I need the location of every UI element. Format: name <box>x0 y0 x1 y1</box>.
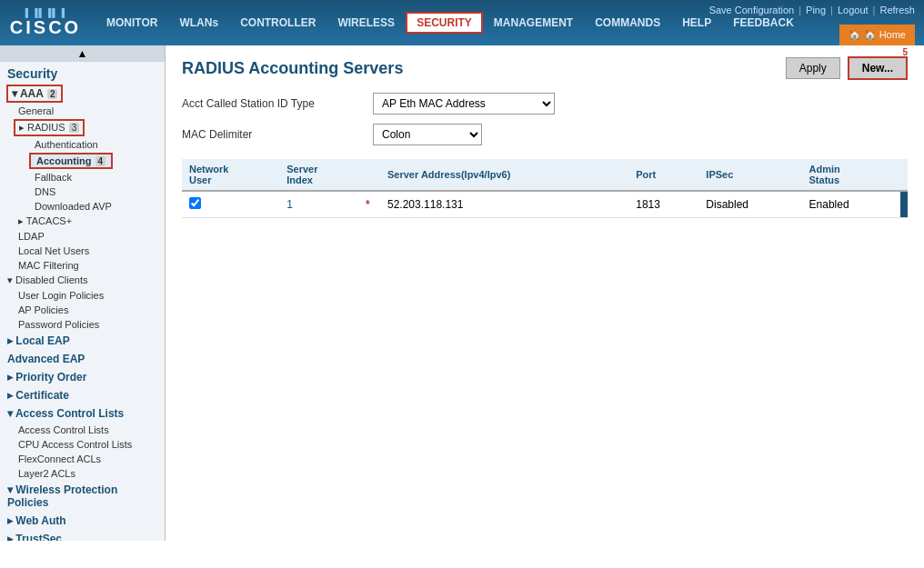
sidebar-item-local-net-users[interactable]: Local Net Users <box>0 244 165 258</box>
cell-admin-status: Enabled <box>802 191 900 218</box>
page-title: RADIUS Accounting Servers <box>182 59 403 78</box>
cell-index: 1 <box>279 191 362 218</box>
sidebar-item-user-login-policies[interactable]: User Login Policies <box>0 288 165 303</box>
cell-port: 1813 <box>628 191 698 218</box>
col-header-admin-status: AdminStatus <box>802 159 900 191</box>
new-badge: 5 <box>902 47 908 57</box>
sidebar-item-priority-order[interactable]: ▸ Priority Order <box>0 368 165 386</box>
sidebar-item-ldap[interactable]: LDAP <box>0 229 165 244</box>
sidebar: ▲ Security ▾ AAA 2 General ▸ RADIUS 3 Au… <box>0 45 166 541</box>
aaa-badge: 2 <box>47 89 58 99</box>
cell-ipsec: Disabled <box>698 191 801 218</box>
logout-link[interactable]: Logout <box>838 5 869 15</box>
form-row-mac: MAC Delimiter Colon Hyphen None <box>182 124 908 145</box>
nav-security[interactable]: SECURITY <box>406 12 483 34</box>
sidebar-scroll-up[interactable]: ▲ <box>0 45 165 62</box>
acct-select[interactable]: AP Eth MAC Address AP MAC Address AP Gro… <box>373 93 555 115</box>
sidebar-item-authentication[interactable]: Authentication <box>0 137 165 152</box>
sidebar-item-downloaded-avp[interactable]: Downloaded AVP <box>0 199 165 214</box>
sidebar-item-layer2-acl[interactable]: Layer2 ACLs <box>0 466 165 481</box>
apply-button[interactable]: Apply <box>786 57 840 79</box>
table-row: 1 * 52.203.118.131 1813 Disabled Enabled <box>182 191 908 218</box>
new-button[interactable]: New... <box>848 56 908 80</box>
cisco-brand: CISCO <box>10 17 81 38</box>
col-header-ipsec: IPSec <box>698 159 801 191</box>
acct-label: Acct Called Station ID Type <box>182 97 373 110</box>
sidebar-item-access-control-lists-section[interactable]: ▾ Access Control Lists <box>0 404 165 423</box>
col-header-actions <box>900 159 908 191</box>
mac-label: MAC Delimiter <box>182 128 373 141</box>
cell-indicator: * <box>362 191 380 218</box>
sidebar-item-fallback[interactable]: Fallback <box>0 170 165 184</box>
sidebar-item-wireless-protection[interactable]: ▾ Wireless Protection Policies <box>0 481 165 512</box>
refresh-link[interactable]: Refresh <box>879 5 915 15</box>
cell-address: 52.203.118.131 <box>380 191 628 218</box>
col-header-indicator <box>362 159 380 191</box>
sidebar-item-disabled-clients[interactable]: ▾ Disabled Clients <box>0 273 165 288</box>
sidebar-item-web-auth[interactable]: ▸ Web Auth <box>0 512 165 530</box>
nav-wireless[interactable]: WIRELESS <box>326 0 406 45</box>
home-button[interactable]: 🏠 🏠 Home <box>839 25 915 45</box>
sidebar-item-tacacs[interactable]: ▸ TACACS+ <box>0 214 165 229</box>
sidebar-item-general[interactable]: General <box>0 104 165 118</box>
ping-link[interactable]: Ping <box>806 5 826 15</box>
col-header-server-index: ServerIndex <box>279 159 362 191</box>
nav-management[interactable]: MANAGEMENT <box>483 0 584 45</box>
sidebar-item-accounting[interactable]: Accounting 4 <box>29 153 113 169</box>
sidebar-item-password-policies[interactable]: Password Policies <box>0 317 165 332</box>
sidebar-item-trustsec[interactable]: ▸ TrustSec <box>0 530 165 541</box>
cell-checkbox <box>182 191 279 218</box>
cell-side-bar <box>900 191 908 218</box>
sidebar-item-cpu-acl[interactable]: CPU Access Control Lists <box>0 437 165 452</box>
mac-select[interactable]: Colon Hyphen None <box>373 124 482 145</box>
sidebar-item-advanced-eap[interactable]: Advanced EAP <box>0 350 165 368</box>
server-index-link[interactable]: 1 <box>286 198 293 211</box>
sidebar-item-ap-policies[interactable]: AP Policies <box>0 303 165 317</box>
top-links: Save Configuration | Ping | Logout | Ref… <box>709 5 915 15</box>
col-header-port: Port <box>628 159 698 191</box>
sidebar-item-radius[interactable]: ▸ RADIUS 3 <box>14 119 85 136</box>
content-area: RADIUS Accounting Servers Apply New... 5… <box>166 45 924 541</box>
radius-badge: 3 <box>69 123 80 133</box>
save-config-link[interactable]: Save Configuration <box>709 5 795 15</box>
col-header-address: Server Address(Ipv4/Ipv6) <box>380 159 628 191</box>
cisco-logo: ▌▐▌▐▌▐ CISCO <box>9 8 82 38</box>
sidebar-item-certificate[interactable]: ▸ Certificate <box>0 386 165 404</box>
radius-table: NetworkUser ServerIndex Server Address(I… <box>182 159 908 218</box>
nav-wlans[interactable]: WLANs <box>168 0 229 45</box>
row-checkbox[interactable] <box>189 197 201 209</box>
form-row-acct: Acct Called Station ID Type AP Eth MAC A… <box>182 93 908 115</box>
sidebar-item-dns[interactable]: DNS <box>0 184 165 199</box>
nav-controller[interactable]: CONTROLLER <box>229 0 326 45</box>
accounting-badge: 4 <box>95 156 106 166</box>
sidebar-item-local-eap[interactable]: ▸ Local EAP <box>0 332 165 350</box>
col-header-network-user: NetworkUser <box>182 159 279 191</box>
sidebar-item-flexconnect-acl[interactable]: FlexConnect ACLs <box>0 452 165 466</box>
nav-monitor[interactable]: MONITOR <box>95 0 168 45</box>
sidebar-title: Security <box>0 62 165 84</box>
nav-commands[interactable]: COMMANDS <box>584 0 671 45</box>
sidebar-item-acl[interactable]: Access Control Lists <box>0 423 165 437</box>
sidebar-item-aaa[interactable]: ▾ AAA 2 <box>6 85 63 103</box>
sidebar-item-mac-filtering[interactable]: MAC Filtering <box>0 258 165 273</box>
